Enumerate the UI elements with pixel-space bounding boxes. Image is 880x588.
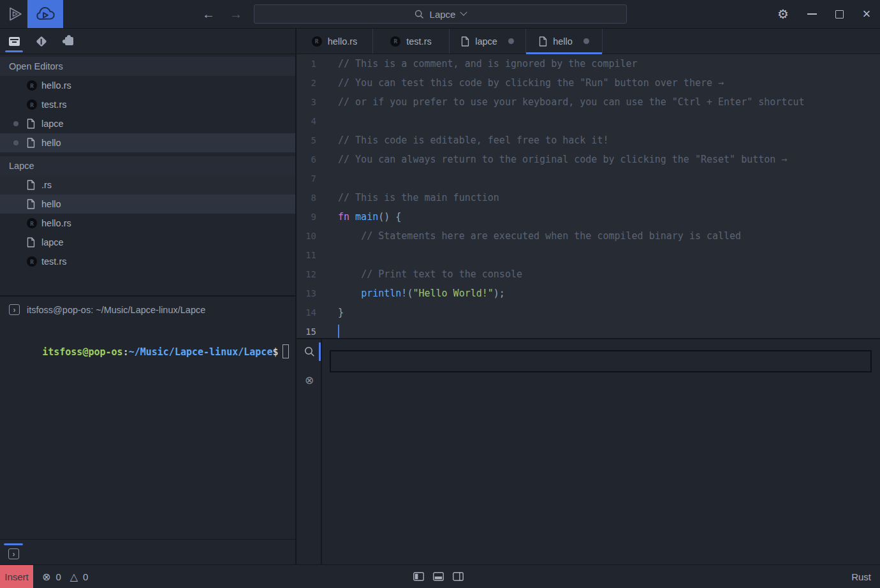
- source-control-tab[interactable]: [31, 29, 52, 54]
- active-tab-indicator: [5, 50, 23, 52]
- close-button[interactable]: ×: [855, 0, 878, 28]
- panel-close-button[interactable]: ⊗: [302, 373, 316, 387]
- line-number: 10: [297, 231, 326, 241]
- editor-tab-lapce[interactable]: lapce: [450, 29, 526, 54]
- palette-label: Lapce: [430, 9, 456, 20]
- chevron-down-icon: [460, 9, 467, 16]
- line-number: 2: [297, 78, 326, 88]
- workspace-file-list: .rshelloRhello.rslapceRtest.rs: [0, 175, 295, 271]
- code-line-3[interactable]: 3// or if you prefer to use your keyboar…: [297, 92, 880, 112]
- editor-tab-hello.rs[interactable]: Rhello.rs: [297, 29, 373, 54]
- terminal-tab[interactable]: › itsfoss@pop-os: ~/Music/Lapce-linux/La…: [9, 304, 205, 315]
- maximize-button[interactable]: [828, 0, 851, 28]
- workspace-file-item-hello[interactable]: hello: [0, 195, 295, 214]
- workspace-file-item-lapce[interactable]: lapce: [0, 233, 295, 252]
- prompt-segment: ~/Music/Lapce-linux/Lapce: [129, 346, 273, 358]
- nav-forward-button[interactable]: →: [224, 0, 248, 28]
- workspace-file-item-hello.rs[interactable]: Rhello.rs: [0, 214, 295, 233]
- tab-file-icon: R: [312, 36, 322, 47]
- editor-tab-test.rs[interactable]: Rtest.rs: [373, 29, 450, 54]
- line-text: fn main() {: [326, 211, 401, 223]
- code-line-1[interactable]: 1// This is a comment, and is ignored by…: [297, 54, 880, 73]
- rust-file-icon: R: [27, 80, 37, 91]
- active-panel-indicator: [4, 543, 23, 545]
- toggle-bottom-panel-icon[interactable]: [433, 572, 444, 581]
- file-type-icon: R: [27, 256, 37, 267]
- workspace-header[interactable]: Lapce: [0, 156, 295, 175]
- workspace-file-item-test.rs[interactable]: Rtest.rs: [0, 252, 295, 271]
- language-indicator[interactable]: Rust: [851, 565, 871, 588]
- terminal-panel-icon[interactable]: ›: [8, 548, 19, 559]
- code-line-13[interactable]: 13 println!("Hello World!");: [297, 284, 880, 303]
- file-type-icon: [27, 180, 35, 192]
- code-line-5[interactable]: 5// This code is editable, feel free to …: [297, 131, 880, 150]
- warning-count: 0: [83, 571, 88, 582]
- search-panel-button[interactable]: [302, 344, 316, 358]
- toggle-right-panel-icon[interactable]: [453, 572, 464, 581]
- nav-back-button[interactable]: ←: [196, 0, 221, 28]
- prompt-segment: :: [123, 346, 129, 358]
- open-editor-item-hello.rs[interactable]: Rhello.rs: [0, 76, 295, 95]
- line-number: 14: [297, 307, 326, 318]
- diagnostics[interactable]: ⊗ 0 △ 0: [42, 565, 88, 588]
- code-line-8[interactable]: 8// This is the main function: [297, 188, 880, 207]
- code-line-11[interactable]: 11: [297, 246, 880, 265]
- tab-file-icon: R: [390, 36, 400, 47]
- file-name: test.rs: [41, 252, 66, 271]
- lapce-logo-icon[interactable]: [4, 0, 27, 28]
- file-explorer-icon: [9, 37, 20, 46]
- file-icon: [27, 138, 35, 148]
- line-number: 3: [297, 97, 326, 107]
- command-palette[interactable]: Lapce: [254, 4, 627, 24]
- file-type-icon: [27, 199, 35, 211]
- workspace-file-item-.rs[interactable]: .rs: [0, 175, 295, 195]
- code-editor[interactable]: 1// This is a comment, and is ignored by…: [297, 54, 880, 338]
- error-icon: ⊗: [42, 571, 50, 583]
- code-line-10[interactable]: 10 // Statements here are executed when …: [297, 226, 880, 246]
- code-line-4[interactable]: 4: [297, 112, 880, 131]
- rust-file-icon: R: [312, 36, 322, 47]
- editor-tabbar: Rhello.rsRtest.rslapcehello: [297, 29, 880, 54]
- line-number: 11: [297, 250, 326, 260]
- settings-button[interactable]: ⚙: [772, 0, 795, 28]
- prompt-segment: $: [272, 346, 278, 358]
- search-icon: [414, 10, 424, 19]
- open-editor-item-hello[interactable]: hello: [0, 133, 295, 152]
- line-text: // This code is editable, feel free to h…: [326, 135, 608, 146]
- tab-label: hello: [553, 36, 573, 47]
- toggle-left-panel-icon[interactable]: [413, 572, 424, 581]
- line-number: 5: [297, 135, 326, 145]
- code-line-9[interactable]: 9fn main() {: [297, 207, 880, 226]
- tab-label: hello.rs: [328, 36, 358, 47]
- tab-label: lapce: [475, 36, 497, 47]
- open-editor-item-lapce[interactable]: lapce: [0, 114, 295, 133]
- plugins-tab[interactable]: [59, 29, 79, 54]
- source-control-icon: [36, 36, 47, 47]
- layout-toggles: [413, 565, 464, 588]
- code-line-7[interactable]: 7: [297, 169, 880, 188]
- open-editor-item-test.rs[interactable]: Rtest.rs: [0, 95, 295, 114]
- editor-tab-hello[interactable]: hello: [526, 29, 603, 54]
- minimize-button[interactable]: [800, 0, 823, 28]
- modified-dot: [13, 140, 18, 145]
- line-text: println!("Hello World!");: [326, 288, 505, 299]
- file-type-icon: R: [27, 80, 37, 91]
- code-line-2[interactable]: 2// You can test this code by clicking t…: [297, 73, 880, 92]
- mode-badge[interactable]: Insert: [0, 565, 33, 588]
- terminal-prompt[interactable]: itsfoss@pop-os:~/Music/Lapce-linux/Lapce…: [8, 334, 289, 371]
- line-number: 8: [297, 193, 326, 203]
- file-name: .rs: [41, 175, 52, 195]
- file-icon: [539, 36, 547, 47]
- code-line-14[interactable]: 14}: [297, 303, 880, 322]
- search-input[interactable]: [330, 350, 872, 372]
- terminal-icon: ›: [9, 304, 20, 315]
- panel-switcher-strip: ›: [0, 539, 295, 564]
- maximize-icon: [835, 10, 844, 18]
- line-text: }: [326, 307, 344, 318]
- code-line-12[interactable]: 12 // Print text to the console: [297, 265, 880, 284]
- terminal-prompt-text: itsfoss@pop-os:~/Music/Lapce-linux/Lapce…: [42, 346, 278, 358]
- line-number: 6: [297, 154, 326, 165]
- lapce-cloud-button[interactable]: [27, 0, 63, 28]
- open-editors-header[interactable]: Open Editors: [0, 57, 295, 76]
- code-line-6[interactable]: 6// You can always return to the origina…: [297, 150, 880, 169]
